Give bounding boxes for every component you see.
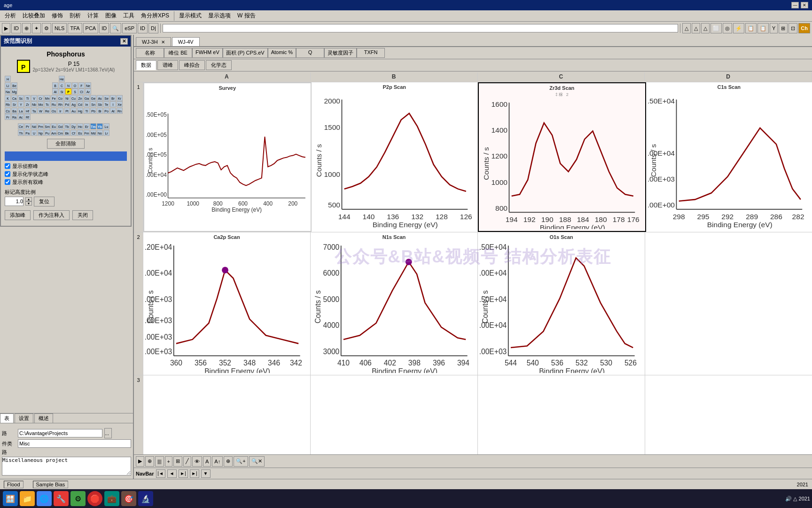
checkbox-chemical-state-input[interactable] bbox=[5, 171, 10, 177]
nav-next[interactable]: ►| bbox=[179, 469, 188, 478]
scale-down-button[interactable]: ▼ bbox=[25, 201, 32, 206]
pt-Si[interactable]: Si bbox=[59, 88, 65, 95]
pt-Fm[interactable]: Fm bbox=[84, 130, 90, 136]
pt-Ca[interactable]: Ca bbox=[11, 95, 17, 101]
pt-F[interactable]: F bbox=[78, 82, 85, 88]
pt-Sr[interactable]: Sr bbox=[11, 101, 17, 107]
toolbar-input[interactable] bbox=[163, 24, 678, 32]
pt-Am[interactable]: Am bbox=[51, 130, 57, 136]
doc-tab-wj3h-close[interactable]: ✕ bbox=[161, 40, 165, 45]
toolbar-right-6[interactable]: ⚡ bbox=[733, 23, 744, 33]
pt-Tb[interactable]: Tb bbox=[64, 123, 70, 129]
pt-Sc[interactable]: Sc bbox=[18, 95, 24, 101]
pt-Md[interactable]: Md bbox=[90, 130, 96, 136]
tool-rect[interactable]: ⊞ bbox=[173, 456, 182, 467]
sub-tab-fit[interactable]: 峰拟合 bbox=[179, 60, 205, 70]
path-browse-button[interactable]: ... bbox=[104, 428, 112, 438]
pt-Co[interactable]: Co bbox=[57, 95, 63, 101]
toolbar-right-icon1[interactable]: ⊞ bbox=[779, 23, 788, 33]
menu-display-mode[interactable]: 显示模式 bbox=[176, 11, 204, 21]
menu-calculate[interactable]: 计算 bbox=[85, 11, 102, 21]
pt-In[interactable]: In bbox=[84, 101, 90, 107]
dialog-close-button[interactable]: ✕ bbox=[120, 38, 128, 45]
tool-eye[interactable]: 👁 bbox=[192, 456, 202, 467]
pt-Cs[interactable]: Cs bbox=[5, 108, 11, 114]
pt-H[interactable]: H bbox=[5, 76, 11, 82]
pt-Pd[interactable]: Pd bbox=[64, 101, 70, 107]
pt-B[interactable]: B bbox=[52, 82, 58, 88]
tool-move[interactable]: ⊕ bbox=[224, 456, 233, 467]
pt-Sm[interactable]: Sm bbox=[44, 123, 50, 129]
pt-S[interactable]: S bbox=[72, 88, 78, 95]
pt-Tc[interactable]: Tc bbox=[44, 101, 50, 107]
pt-Cd[interactable]: Cd bbox=[77, 101, 83, 107]
path-input[interactable] bbox=[18, 429, 102, 437]
tool-zoom-out[interactable]: 🔍✕ bbox=[249, 456, 265, 467]
toolbar-nls[interactable]: NLS bbox=[52, 23, 67, 33]
pt-Pu[interactable]: Pu bbox=[44, 130, 50, 136]
taskbar-stop[interactable]: 🛑 bbox=[87, 491, 102, 506]
doc-tab-wj4v[interactable]: WJ-4V bbox=[172, 37, 200, 46]
scale-up-button[interactable]: ▲ bbox=[25, 197, 32, 201]
pt-Bk[interactable]: Bk bbox=[64, 130, 70, 136]
pt-Rb[interactable]: Rb bbox=[5, 101, 11, 107]
dialog-close-btn[interactable]: 关闭 bbox=[72, 210, 93, 220]
menu-profile[interactable]: 剖析 bbox=[67, 11, 84, 21]
pt-Tl[interactable]: Tl bbox=[84, 108, 90, 114]
pt-Ru[interactable]: Ru bbox=[51, 101, 57, 107]
tool-text-a[interactable]: A bbox=[203, 456, 211, 467]
pt-Pa[interactable]: Pa bbox=[24, 130, 31, 136]
pt-Nd[interactable]: Nd bbox=[31, 123, 37, 129]
pt-N[interactable]: N bbox=[65, 82, 71, 88]
pt-Nb[interactable]: Nb bbox=[31, 101, 37, 107]
pt-O[interactable]: O bbox=[72, 82, 78, 88]
pt-V[interactable]: V bbox=[31, 95, 37, 101]
taskbar-avantage[interactable]: 🔬 bbox=[138, 491, 153, 506]
pt-Ge[interactable]: Ge bbox=[90, 95, 96, 101]
menu-report[interactable]: W 报告 bbox=[234, 11, 258, 21]
pt-U[interactable]: U bbox=[31, 130, 37, 136]
pt-Mg[interactable]: Mg bbox=[11, 88, 17, 95]
pt-No[interactable]: No bbox=[97, 130, 103, 136]
pt-Ti[interactable]: Ti bbox=[24, 95, 31, 101]
pt-Mo[interactable]: Mo bbox=[38, 101, 44, 107]
taskbar-tool1[interactable]: 🔧 bbox=[54, 491, 69, 506]
pt-Te[interactable]: Te bbox=[103, 101, 109, 107]
pt-Cm[interactable]: Cm bbox=[57, 130, 63, 136]
type-input[interactable] bbox=[18, 439, 131, 448]
pt-Os[interactable]: Os bbox=[51, 108, 57, 114]
pt-Fe[interactable]: Fe bbox=[51, 95, 57, 101]
taskbar-tool4[interactable]: 🎯 bbox=[121, 491, 136, 506]
scale-input[interactable] bbox=[5, 197, 23, 206]
taskbar-tool2[interactable]: ⚙ bbox=[70, 491, 86, 506]
pt-Gd[interactable]: Gd bbox=[57, 123, 63, 129]
doc-tab-wj3h[interactable]: WJ-3H ✕ bbox=[136, 37, 171, 46]
toolbar-crosshair[interactable]: ⊕ bbox=[22, 23, 31, 33]
pt-He[interactable]: He bbox=[59, 76, 65, 82]
pt-Hg[interactable]: Hg bbox=[77, 108, 83, 114]
pt-Cr[interactable]: Cr bbox=[38, 95, 44, 101]
menu-modify[interactable]: 修饰 bbox=[49, 11, 66, 21]
pt-Cf[interactable]: Cf bbox=[70, 130, 77, 136]
pt-Np[interactable]: Np bbox=[38, 130, 44, 136]
toolbar-tool1[interactable]: ✦ bbox=[32, 23, 41, 33]
toolbar-id2[interactable]: ID bbox=[99, 23, 109, 33]
pt-Rn[interactable]: Rn bbox=[117, 108, 123, 114]
checkbox-all-peaks-input[interactable] bbox=[5, 179, 10, 185]
pt-Xe[interactable]: Xe bbox=[117, 101, 123, 107]
pt-Cu[interactable]: Cu bbox=[70, 95, 77, 101]
pt-Ar[interactable]: Ar bbox=[85, 88, 91, 95]
add-peak-button[interactable]: 添加峰 bbox=[5, 210, 31, 220]
pt-Ga[interactable]: Ga bbox=[84, 95, 90, 101]
pt-Yb[interactable]: Yb bbox=[97, 123, 103, 129]
pt-Sn[interactable]: Sn bbox=[90, 101, 96, 107]
toolbar-right-1[interactable]: △ bbox=[682, 23, 691, 33]
sub-tab-chemistry[interactable]: 化学态 bbox=[206, 60, 232, 70]
pt-Ta[interactable]: Ta bbox=[31, 108, 37, 114]
toolbar-right-7[interactable]: 📋 bbox=[745, 23, 757, 33]
pt-Pr[interactable]: Pr bbox=[24, 123, 31, 129]
pt-Sb[interactable]: Sb bbox=[97, 101, 103, 107]
pt-Er[interactable]: Er bbox=[84, 123, 90, 129]
pt-Au[interactable]: Au bbox=[70, 108, 77, 114]
pt-Es[interactable]: Es bbox=[77, 130, 83, 136]
